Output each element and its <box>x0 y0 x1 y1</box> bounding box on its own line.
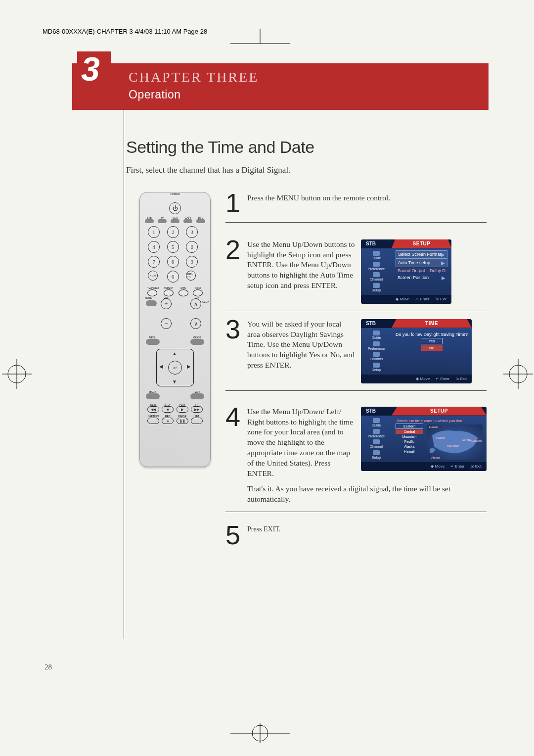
step-5-num: 5 <box>225 523 247 547</box>
back-button <box>146 393 160 399</box>
divider-vertical <box>124 110 124 639</box>
osd-side-channel: Channel <box>361 272 392 281</box>
osd-foot-move: ◆ Move <box>396 297 409 301</box>
plus100: +100 <box>148 271 158 281</box>
power-label: POWER <box>140 192 210 195</box>
dpad: ↵ ▲ ▼ ◀ ▶ <box>156 349 194 386</box>
map-alaska: Alaska <box>431 456 440 459</box>
power-button: ⏻ <box>169 202 181 214</box>
step-1-num: 1 <box>225 191 247 215</box>
steps-column: 1 Press the MENU button on the remote co… <box>225 185 487 554</box>
ch-up: ∧ <box>190 298 201 309</box>
num-2: 2 <box>167 226 179 238</box>
osd-side-guide-2: Guide <box>361 331 392 339</box>
device-row: STB TV VCR CATV DVD <box>140 216 210 223</box>
osd-stb-3: STB <box>361 407 392 416</box>
step-3-text: You will be asked if your local area obs… <box>247 317 355 383</box>
favch-label: FAV.CH <box>201 300 209 303</box>
num-1: 1 <box>148 226 160 238</box>
map-hawaii: Hawaii <box>429 425 438 428</box>
tz-central: Central <box>396 429 423 434</box>
osd-title-time: TIME <box>392 319 472 328</box>
mute-button <box>146 300 157 306</box>
osd-foot-move-3: ◆ Move <box>431 464 445 469</box>
osd-tz-panel: STB SETUP Guide Preference Channel Setup… <box>361 407 487 471</box>
chapter-number: 3 <box>81 49 100 88</box>
osd-dst-yes: Yes <box>421 338 443 344</box>
osd-side-pref: Preference <box>361 262 392 271</box>
vol-ch-group: MUTE + − ∧ ∨ VOL CH FAV.CH <box>140 296 210 336</box>
step-2: 2 Use the Menu Up/Down buttons to highli… <box>225 223 487 311</box>
tz-mountain: Mountain <box>396 434 423 439</box>
tvvideo-label: TV/VIDEO <box>147 286 159 289</box>
osd-foot-exit: ⇲ Exit <box>435 297 446 301</box>
ch-label: CH <box>196 296 199 299</box>
map-eastern: Eastern <box>471 439 482 442</box>
osd-stb: STB <box>361 239 392 248</box>
osd-side-channel-2: Channel <box>361 352 392 361</box>
osd-foot-exit-3: ⇲ Exit <box>470 464 482 469</box>
osd-side-guide: Guide <box>361 251 392 260</box>
osd-us-map: Hawaii Pacific Mountain Central Eastern … <box>427 425 483 460</box>
osd-foot-enter-3: ↵ Enter <box>450 464 464 469</box>
num-6: 6 <box>186 241 198 253</box>
ch-down: ∨ <box>190 318 201 329</box>
osd-dst-question: Do you follow Daylight Saving Time? <box>396 330 468 337</box>
guide-button <box>190 339 204 345</box>
enter-button: ↵ <box>168 361 182 375</box>
vol-up: + <box>161 298 172 309</box>
osd-side-pref-3: Preference <box>361 429 392 438</box>
num-0: 0 <box>167 271 179 283</box>
exit-button <box>190 393 204 399</box>
prech: PRE-CH <box>186 271 196 281</box>
osd-title-setup-2: SETUP <box>392 407 487 416</box>
osd-setup-panel: STB SETUP Guide Preference Channel Setup… <box>361 239 451 304</box>
osd-foot-exit-2: ⇲ Exit <box>456 377 467 381</box>
section-title: Setting the Time and Date <box>126 138 314 157</box>
map-pacific: Pacific <box>436 436 445 439</box>
remote-control: POWER ⏻ STB TV VCR CATV DVD 1 2 3 4 5 6 … <box>139 192 211 467</box>
step-2-num: 2 <box>225 237 247 304</box>
osd-side-pref-2: Preference <box>361 341 392 350</box>
osd-side-setup-2: Setup <box>361 363 392 372</box>
num-3: 3 <box>186 226 198 238</box>
osd-side-setup: Setup <box>361 283 392 292</box>
pause-label: PAUSE <box>177 415 188 418</box>
aspect-label: ASPECT <box>164 286 174 289</box>
rec-label: REC <box>162 415 174 418</box>
osd-foot-enter: ↵ Enter <box>415 297 429 301</box>
device-catv: CATV <box>183 216 192 219</box>
step-1-text: Press the MENU button on the remote cont… <box>247 191 487 215</box>
chapter-title: CHAPTER THREE <box>129 69 259 85</box>
numpad: 1 2 3 4 5 6 7 8 9 +100 0 PRE-CH <box>140 223 210 285</box>
caption-label: CAPTION <box>147 415 159 418</box>
menu-button <box>146 339 160 345</box>
chapter-subtitle: Operation <box>129 88 181 101</box>
mute-label: MUTE <box>145 296 152 299</box>
num-8: 8 <box>167 256 179 268</box>
play-label: PLAY <box>177 403 188 406</box>
info-label: INFO <box>193 286 203 289</box>
osd-foot-move-2: ◆ Move <box>416 377 430 381</box>
step-5-text: Press EXIT. <box>247 523 487 547</box>
step-4-text-b: That's it. As you have received a digita… <box>247 482 487 505</box>
step-4: 4 Use the Menu Up/Down/ Left/ Right butt… <box>225 391 487 512</box>
ff-label: FF <box>191 403 203 406</box>
stop-label: STOP <box>162 403 174 406</box>
osd-row-sound: Sound Output: Dolby D <box>396 267 447 274</box>
rew-label: REW <box>147 403 159 406</box>
step-5: 5 Press EXIT. <box>225 512 487 554</box>
intro-text: First, select the channel that has a Dig… <box>126 165 290 175</box>
osd-row-screen-pos: Screen Position▶ <box>396 274 447 282</box>
osd-side-guide-3: Guide <box>361 418 392 427</box>
vol-down: − <box>161 318 172 329</box>
chapter-banner: 3 CHAPTER THREE Operation <box>72 63 489 110</box>
num-7: 7 <box>148 256 160 268</box>
tz-alaska: Alaska <box>396 444 423 449</box>
osd-row-auto-time: Auto Time setup▶ <box>396 259 447 267</box>
step-2-text: Use the Menu Up/Down buttons to highligh… <box>247 237 355 304</box>
tz-pacific: Pacific <box>396 439 423 444</box>
vol-label: VOL <box>164 296 169 299</box>
below-num-row: TV/VIDEO ASPECT MTS INFO <box>140 286 210 296</box>
osd-row-screen-format: Select Screen Format▶ <box>396 250 447 259</box>
